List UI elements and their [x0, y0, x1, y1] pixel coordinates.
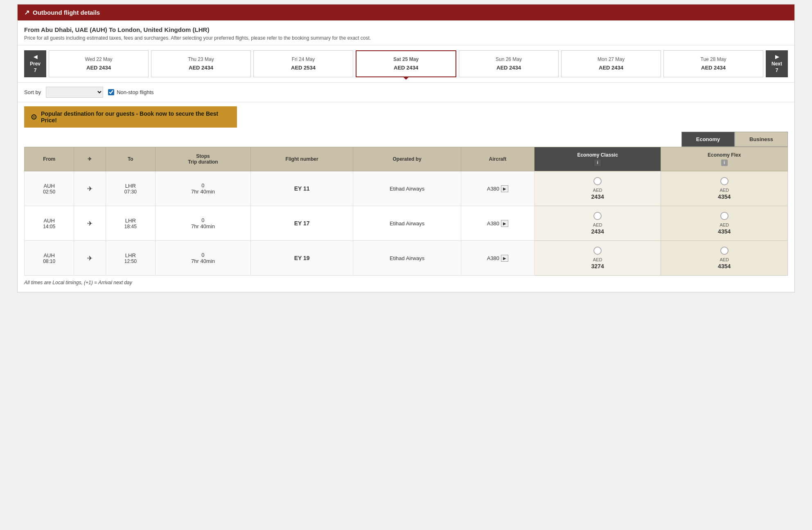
- th-flight-number: Flight number: [250, 147, 353, 171]
- from-cell-1: AUH 02:50: [25, 171, 74, 206]
- footnote: All times are Local timings, (+1) = Arri…: [24, 276, 788, 285]
- arrow-cell-1: ✈: [74, 171, 106, 206]
- date-cell-6[interactable]: Tue 28 May AED 2434: [663, 50, 763, 77]
- date-label-5: Mon 27 May: [598, 56, 625, 62]
- date-cell-3[interactable]: Sat 25 May AED 2434: [356, 50, 456, 77]
- economy-classic-cell-2[interactable]: AED 2434: [534, 206, 661, 241]
- economy-classic-radio-3[interactable]: [593, 247, 602, 255]
- economy-flex-info-icon[interactable]: i: [721, 159, 728, 166]
- to-cell-3: LHR 12:50: [106, 241, 155, 276]
- operated-cell-2: Etihad Airways: [353, 206, 461, 241]
- date-cell-5[interactable]: Mon 27 May AED 2434: [561, 50, 661, 77]
- date-price-1: AED 2434: [189, 65, 213, 71]
- stops-cell-2: 0 7hr 40min: [155, 206, 250, 241]
- promo-icon: ⊙: [31, 112, 37, 121]
- date-cell-2[interactable]: Fri 24 May AED 2534: [253, 50, 353, 77]
- date-label-1: Thu 23 May: [188, 56, 214, 62]
- next-label: Next: [771, 61, 782, 67]
- next-button[interactable]: ▶ Next 7: [766, 50, 788, 77]
- prev-button[interactable]: ◀ Prev 7: [24, 50, 46, 77]
- date-cell-4[interactable]: Sun 26 May AED 2434: [459, 50, 559, 77]
- date-label-2: Fri 24 May: [292, 56, 315, 62]
- economy-classic-cell-1[interactable]: AED 2434: [534, 171, 661, 206]
- business-tab[interactable]: Business: [735, 132, 788, 147]
- nonstop-checkbox[interactable]: [108, 89, 114, 95]
- header-title: Outbound flight details: [33, 9, 100, 16]
- date-price-2: AED 2534: [291, 65, 316, 71]
- economy-classic-radio-2[interactable]: [593, 212, 602, 220]
- main-container: ↗ Outbound flight details From Abu Dhabi…: [17, 4, 795, 292]
- economy-flex-cell-3[interactable]: AED 4354: [661, 241, 788, 276]
- route-title: From Abu Dhabi, UAE (AUH) To London, Uni…: [24, 26, 788, 33]
- flight-arrow-icon: ✈: [88, 156, 92, 162]
- stops-cell-1: 0 7hr 40min: [155, 171, 250, 206]
- from-cell-2: AUH 14:05: [25, 206, 74, 241]
- flight-row-2: AUH 14:05 ✈ LHR 18:45 0: [25, 206, 788, 241]
- next-count: 7: [776, 67, 778, 74]
- flight-num-cell-3: EY 19: [250, 241, 353, 276]
- operated-cell-1: Etihad Airways: [353, 171, 461, 206]
- prev-arrow: ◀: [34, 54, 37, 61]
- sort-select[interactable]: Price Duration Departure: [46, 87, 103, 98]
- aircraft-cell-3: A380 ▶: [461, 241, 534, 276]
- aircraft-cell-2: A380 ▶: [461, 206, 534, 241]
- nonstop-label: Non-stop flights: [117, 89, 153, 95]
- date-price-6: AED 2434: [701, 65, 726, 71]
- th-operated-by: Operated by: [353, 147, 461, 171]
- aircraft-info-btn-3[interactable]: ▶: [501, 255, 508, 262]
- date-price-0: AED 2434: [86, 65, 111, 71]
- prev-label: Prev: [30, 61, 41, 67]
- class-header-wrapper: Economy Business: [24, 132, 788, 147]
- date-label-6: Tue 28 May: [701, 56, 726, 62]
- aircraft-info-btn-2[interactable]: ▶: [501, 220, 508, 227]
- route-subtitle: Price for all guests including estimated…: [24, 35, 788, 42]
- th-stops: Stops Trip duration: [155, 147, 250, 171]
- date-cell-1[interactable]: Thu 23 May AED 2434: [151, 50, 251, 77]
- economy-flex-radio-3[interactable]: [720, 247, 729, 255]
- flight-icon-3: ✈: [87, 255, 92, 262]
- th-to: To: [106, 147, 155, 171]
- next-arrow: ▶: [775, 54, 779, 61]
- arrow-cell-2: ✈: [74, 206, 106, 241]
- flight-row-1: AUH 02:50 ✈ LHR 07:30 0: [25, 171, 788, 206]
- economy-classic-cell-3[interactable]: AED 3274: [534, 241, 661, 276]
- th-economy-flex: Economy Flex i: [661, 147, 788, 171]
- flight-icon-1: ✈: [87, 185, 92, 192]
- prev-count: 7: [34, 67, 37, 74]
- economy-classic-radio-1[interactable]: [593, 177, 602, 185]
- date-navigation: ◀ Prev 7 Wed 22 May AED 2434 Thu 23 May …: [18, 45, 794, 83]
- aircraft-info-btn-1[interactable]: ▶: [501, 185, 508, 192]
- th-arrow: ✈: [74, 147, 106, 171]
- flight-num-cell-2: EY 17: [250, 206, 353, 241]
- economy-flex-radio-2[interactable]: [720, 212, 729, 220]
- sort-bar: Sort by Price Duration Departure Non-sto…: [18, 83, 794, 102]
- date-cell-0[interactable]: Wed 22 May AED 2434: [49, 50, 149, 77]
- outbound-icon: ↗: [24, 9, 29, 16]
- date-price-3: AED 2434: [394, 65, 418, 71]
- economy-flex-cell-2[interactable]: AED 4354: [661, 206, 788, 241]
- sort-by-label: Sort by: [24, 89, 41, 95]
- economy-flex-radio-1[interactable]: [720, 177, 729, 185]
- to-cell-2: LHR 18:45: [106, 206, 155, 241]
- from-cell-3: AUH 08:10: [25, 241, 74, 276]
- operated-cell-3: Etihad Airways: [353, 241, 461, 276]
- economy-classic-info-icon[interactable]: i: [594, 159, 601, 166]
- date-label-0: Wed 22 May: [85, 56, 112, 62]
- promo-banner: ⊙ Popular destination for our guests - B…: [24, 106, 237, 128]
- flight-icon-2: ✈: [87, 220, 92, 227]
- aircraft-cell-1: A380 ▶: [461, 171, 534, 206]
- flight-row-3: AUH 08:10 ✈ LHR 12:50 0: [25, 241, 788, 276]
- economy-tab[interactable]: Economy: [681, 132, 735, 147]
- route-section: From Abu Dhabi, UAE (AUH) To London, Uni…: [18, 20, 794, 45]
- arrow-cell-3: ✈: [74, 241, 106, 276]
- nonstop-checkbox-label[interactable]: Non-stop flights: [108, 89, 153, 95]
- header-bar: ↗ Outbound flight details: [18, 4, 794, 20]
- stops-cell-3: 0 7hr 40min: [155, 241, 250, 276]
- flights-table: From ✈ To Stops Trip duration Flight num…: [24, 147, 788, 276]
- flights-section: Economy Business From ✈ To Stops: [18, 132, 794, 292]
- th-aircraft: Aircraft: [461, 147, 534, 171]
- date-label-4: Sun 26 May: [496, 56, 522, 62]
- th-economy-classic: Economy Classic i: [534, 147, 661, 171]
- date-price-4: AED 2434: [496, 65, 521, 71]
- economy-flex-cell-1[interactable]: AED 4354: [661, 171, 788, 206]
